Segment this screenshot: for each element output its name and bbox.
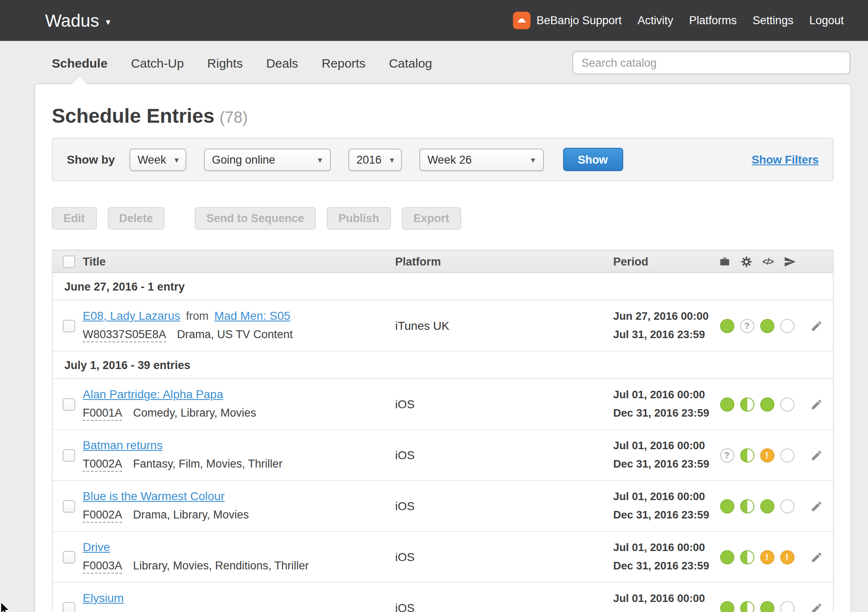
platform-cell: iOS <box>395 379 613 429</box>
select-value: Going online <box>212 153 275 166</box>
show-button[interactable]: Show <box>563 148 623 171</box>
entry-title-link[interactable]: Blue is the Warmest Colour <box>83 489 225 503</box>
publish-button[interactable]: Publish <box>327 207 391 230</box>
status-ok-icon <box>720 319 734 333</box>
nav-settings[interactable]: Settings <box>753 14 794 27</box>
entry-genres: Comedy, Library, Movies <box>133 407 256 419</box>
nav-bebanjo-support[interactable]: BeBanjo Support <box>513 12 622 29</box>
send-icon <box>782 254 797 268</box>
entry-id: F0004A <box>83 610 122 612</box>
tab-reports[interactable]: Reports <box>310 56 377 70</box>
chevron-down-icon: ▾ <box>531 155 535 164</box>
select-value: Week <box>137 153 166 166</box>
send-to-sequence-button[interactable]: Send to Sequence <box>195 207 316 230</box>
entry-title-link[interactable]: E08, Lady Lazarus <box>83 309 180 322</box>
status-indicators <box>715 583 799 612</box>
title-cell: Blue is the Warmest ColourF0002ADrama, L… <box>83 481 395 531</box>
page-title-text: Schedule Entries <box>52 104 214 127</box>
entry-title-link[interactable]: Alan Partridge: Alpha Papa <box>83 387 223 401</box>
period-cell: Jul 01, 2016 00:00Dec 31, 2016 23:59 <box>613 430 715 480</box>
edit-pencil-icon[interactable] <box>810 449 823 461</box>
status-none-icon <box>780 397 794 411</box>
row-checkbox[interactable] <box>63 398 75 410</box>
table-body: June 27, 2016 - 1 entryE08, Lady Lazarus… <box>53 273 833 612</box>
status-ok-icon <box>760 319 774 333</box>
filter-bar: Show by Week ▾ Going online ▾ 2016 ▾ Wee… <box>52 138 834 181</box>
row-checkbox[interactable] <box>63 500 75 512</box>
status-warning-icon: ! <box>760 448 774 462</box>
title-cell: Batman returnsT0002AFantasy, Film, Movie… <box>83 430 395 480</box>
tab-catalog[interactable]: Catalog <box>377 56 444 70</box>
chevron-down-icon: ▾ <box>390 155 394 164</box>
bulk-actions: Edit Delete Send to Sequence Publish Exp… <box>52 207 834 230</box>
entry-id: T0002A <box>83 458 122 472</box>
export-button[interactable]: Export <box>402 207 461 230</box>
column-header-platform: Platform <box>395 255 613 268</box>
year-select[interactable]: 2016 ▾ <box>348 148 401 171</box>
edit-pencil-icon[interactable] <box>810 551 823 563</box>
entry-genres: Fantasy, Film, Movies, Thriller <box>133 458 283 470</box>
bebanjo-logo-icon <box>513 12 530 29</box>
chevron-down-icon: ▾ <box>106 17 110 28</box>
period-start: Jul 01, 2016 00:00 <box>613 490 715 503</box>
row-checkbox[interactable] <box>63 602 75 612</box>
table-header: Title Platform Period </> <box>53 250 833 273</box>
period-end: Jul 31, 2016 23:59 <box>613 328 715 341</box>
tab-catch-up[interactable]: Catch-Up <box>119 56 195 70</box>
status-ok-icon <box>720 601 734 612</box>
entry-title-link[interactable]: Batman returns <box>83 438 162 452</box>
nav-logout[interactable]: Logout <box>809 14 844 27</box>
delete-button[interactable]: Delete <box>107 207 165 230</box>
show-by-unit-select[interactable]: Week ▾ <box>129 148 186 171</box>
title-cell: Alan Partridge: Alpha PapaF0001AComedy, … <box>83 379 395 429</box>
nav-bebanjo-support-label: BeBanjo Support <box>536 14 622 27</box>
select-all-checkbox[interactable] <box>63 255 75 268</box>
status-ok-icon <box>720 397 734 411</box>
select-value: Week 26 <box>427 153 472 166</box>
row-checkbox[interactable] <box>63 449 75 461</box>
period-end: Dec 31, 2016 23:59 <box>613 508 715 522</box>
entry-genres: Drama, US TV Content <box>177 328 293 341</box>
tab-rights[interactable]: Rights <box>195 56 254 70</box>
brand-label: Wadus <box>45 10 99 30</box>
schedule-type-select[interactable]: Going online ▾ <box>203 148 330 171</box>
page-title: Schedule Entries(78) <box>35 84 850 138</box>
status-partial-icon <box>740 601 754 612</box>
brand-menu[interactable]: Wadus ▾ <box>45 10 110 30</box>
select-value: 2016 <box>356 153 381 166</box>
status-ok-icon <box>760 601 774 612</box>
period-end: Dec 31, 2016 23:59 <box>613 610 715 612</box>
date-group-header: June 27, 2016 - 1 entry <box>53 273 833 301</box>
tab-deals[interactable]: Deals <box>254 56 310 70</box>
status-warning-icon: ! <box>780 550 794 564</box>
nav-activity[interactable]: Activity <box>637 14 673 27</box>
week-select[interactable]: Week 26 ▾ <box>419 148 543 171</box>
title-cell: ElysiumF0004AMovies, New Releases, Sci-F… <box>83 583 395 612</box>
row-checkbox[interactable] <box>63 551 75 563</box>
platform-cell: iTunes UK <box>395 301 613 351</box>
tab-schedule[interactable]: Schedule <box>40 56 119 70</box>
edit-pencil-icon[interactable] <box>810 398 823 410</box>
edit-pencil-icon[interactable] <box>810 500 823 512</box>
entry-title-link[interactable]: Elysium <box>83 591 124 604</box>
period-start: Jul 01, 2016 00:00 <box>613 541 715 554</box>
period-start: Jun 27, 2016 00:00 <box>613 310 715 323</box>
edit-pencil-icon[interactable] <box>810 319 823 332</box>
parent-title-link[interactable]: Mad Men: S05 <box>214 309 290 322</box>
title-from-label: from <box>186 310 208 322</box>
edit-button[interactable]: Edit <box>52 207 96 230</box>
edit-pencil-icon[interactable] <box>810 602 823 612</box>
entry-genres: Drama, Library, Movies <box>133 508 249 521</box>
title-cell: E08, Lady Lazarus from Mad Men: S05W8033… <box>83 301 395 351</box>
schedule-entry-row: Batman returnsT0002AFantasy, Film, Movie… <box>53 430 833 481</box>
navbar-links: BeBanjo Support Activity Platforms Setti… <box>513 12 844 29</box>
platform-cell: iOS <box>395 430 613 480</box>
entry-title-link[interactable]: Drive <box>83 540 110 554</box>
search-input[interactable] <box>572 51 850 74</box>
row-checkbox[interactable] <box>63 319 75 332</box>
mouse-cursor <box>0 602 10 612</box>
status-partial-icon <box>740 448 754 462</box>
show-filters-link[interactable]: Show Filters <box>751 153 819 166</box>
nav-platforms[interactable]: Platforms <box>689 14 737 27</box>
chevron-down-icon: ▾ <box>318 155 322 164</box>
